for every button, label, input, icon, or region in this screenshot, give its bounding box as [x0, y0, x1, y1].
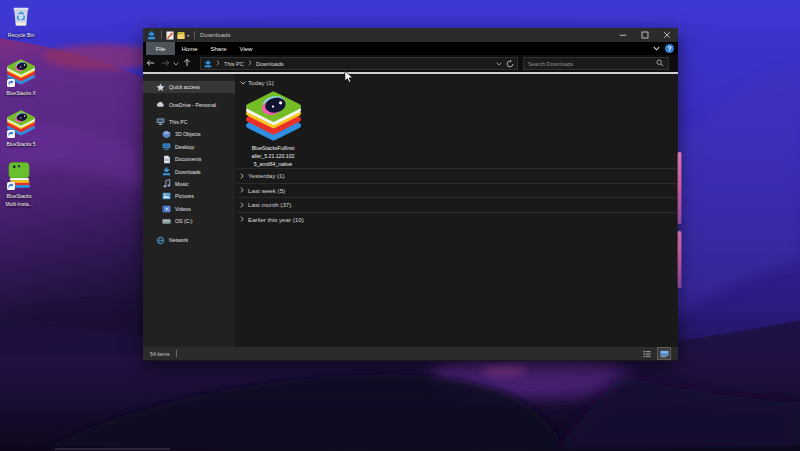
- qat-customize-caret[interactable]: ▾: [187, 33, 190, 38]
- sidebar-item-label: Downloads: [175, 169, 201, 175]
- sidebar-spacer: [143, 227, 235, 234]
- status-bar: 54 items: [143, 347, 678, 360]
- desktop-icon-label: BlueStacks 5: [6, 141, 35, 148]
- music-note-icon: [162, 179, 171, 188]
- group-label: Last week (5): [248, 187, 285, 194]
- expand-group-chevron-icon[interactable]: [240, 216, 248, 222]
- address-dropdown-chevron-icon[interactable]: [496, 62, 502, 66]
- expand-group-chevron-icon[interactable]: [240, 202, 248, 208]
- collapsed-groups: Yesterday (1) Last week (5): [235, 168, 678, 226]
- sidebar-item-label: Pictures: [175, 193, 194, 199]
- sidebar-item-videos[interactable]: Videos: [143, 203, 235, 215]
- items-count: 54 items: [150, 351, 170, 357]
- group-header-yesterday[interactable]: Yesterday (1): [235, 169, 678, 183]
- details-view-button[interactable]: [640, 347, 654, 360]
- refresh-icon[interactable]: [506, 60, 514, 68]
- desktop-icon-recycle-bin[interactable]: Recycle Bin: [0, 4, 49, 40]
- sidebar-item-label: Videos: [175, 206, 191, 212]
- tab-home[interactable]: Home: [175, 42, 204, 55]
- breadcrumb-downloads[interactable]: Downloads: [256, 61, 284, 67]
- close-button[interactable]: [656, 28, 678, 42]
- pictures-icon: [162, 192, 171, 201]
- sidebar-item-label: OS (C:): [175, 218, 193, 224]
- sidebar-item-music[interactable]: Music: [143, 178, 235, 190]
- sidebar-item-network[interactable]: Network: [143, 234, 235, 246]
- sidebar-item-3d-objects[interactable]: 3D Objects: [143, 128, 235, 140]
- sidebar-item-os-c[interactable]: OS (C:): [143, 215, 235, 227]
- bluestacks-x-icon: [7, 59, 35, 87]
- group-header-earlier-this-year[interactable]: Earlier this year (10): [235, 213, 678, 227]
- expand-ribbon-chevron-icon[interactable]: [653, 46, 660, 51]
- desktop-icon-bluestacks-x[interactable]: BlueStacks X: [0, 59, 49, 98]
- search-input[interactable]: Search Downloads: [523, 57, 669, 70]
- bluestacks-installer-icon: [245, 91, 302, 142]
- search-icon[interactable]: [656, 59, 664, 68]
- desktop-icon-bluestacks-multi-instance[interactable]: BlueStacks Multi-Insta...: [0, 162, 47, 208]
- address-bar[interactable]: This PC Downloads: [200, 57, 518, 70]
- breadcrumb-chevron-icon: [216, 60, 219, 67]
- group-header-today[interactable]: Today (1): [235, 76, 678, 90]
- sidebar-item-label: Network: [169, 237, 188, 243]
- shortcut-arrow-badge: [7, 182, 15, 190]
- sidebar-item-label: Quick access: [169, 84, 200, 90]
- sidebar-item-quick-access[interactable]: Quick access: [143, 81, 235, 93]
- maximize-button[interactable]: [634, 28, 656, 42]
- desktop-icon-label: BlueStacks: [6, 193, 31, 200]
- group-label: Last month (37): [248, 201, 291, 208]
- group-header-last-week[interactable]: Last week (5): [235, 184, 678, 198]
- group-yesterday: Yesterday (1): [235, 168, 678, 183]
- group-label: Yesterday (1): [248, 172, 285, 179]
- desktop-icon-bluestacks-5[interactable]: BlueStacks 5: [0, 110, 49, 149]
- file-item-bluestacks-installer[interactable]: BlueStacksFullInst aller_5.21.120.102 5_…: [237, 91, 309, 169]
- group-header-last-month[interactable]: Last month (37): [235, 198, 678, 212]
- ribbon-right-controls: ?: [653, 42, 678, 55]
- drive-icon: [162, 217, 171, 226]
- up-button[interactable]: [183, 58, 197, 69]
- downloads-folder-icon: [147, 31, 156, 40]
- star-icon: [156, 83, 165, 92]
- expand-group-chevron-icon[interactable]: [240, 187, 248, 193]
- file-name-line: aller_5.21.120.102: [252, 153, 295, 161]
- tab-file[interactable]: File: [146, 42, 175, 55]
- tab-view[interactable]: View: [233, 42, 259, 55]
- recycle-bin-icon: [11, 4, 31, 29]
- sidebar-item-onedrive[interactable]: OneDrive - Personal: [143, 98, 235, 110]
- sidebar-item-this-pc[interactable]: This PC: [143, 116, 235, 128]
- files-pane: Today (1): [235, 74, 678, 347]
- sidebar-item-pictures[interactable]: Pictures: [143, 190, 235, 202]
- desktop-icon-label: Recycle Bin: [8, 32, 34, 39]
- desktop-icon: [162, 142, 171, 151]
- group-last-week: Last week (5): [235, 183, 678, 198]
- mouse-cursor: [344, 70, 354, 84]
- collapse-group-chevron-icon[interactable]: [240, 81, 248, 85]
- group-earlier-this-year: Earlier this year (10): [235, 212, 678, 227]
- breadcrumb-this-pc[interactable]: This PC: [224, 61, 244, 67]
- group-label: Earlier this year (10): [248, 216, 304, 223]
- sidebar-item-downloads[interactable]: Downloads: [143, 165, 235, 177]
- expand-group-chevron-icon[interactable]: [240, 173, 248, 179]
- caption-buttons: [612, 28, 678, 42]
- recent-locations-chevron-icon[interactable]: [173, 61, 183, 67]
- forward-button[interactable]: [158, 59, 173, 69]
- help-button[interactable]: ?: [665, 44, 674, 53]
- sidebar-item-documents[interactable]: Documents: [143, 153, 235, 165]
- videos-icon: [162, 204, 171, 213]
- screen: Recycle Bin Bl: [0, 0, 800, 451]
- bluestacks-5-icon: [7, 110, 35, 138]
- view-toggle-buttons: [640, 347, 671, 360]
- file-name-line: BlueStacksFullInst: [252, 145, 295, 153]
- ribbon-tabs: File Home Share View ?: [143, 42, 678, 55]
- large-icons-view-button[interactable]: [657, 347, 671, 360]
- group-last-month: Last month (37): [235, 197, 678, 212]
- back-button[interactable]: [143, 59, 158, 69]
- minimize-button[interactable]: [612, 28, 634, 42]
- qat-properties-icon[interactable]: [166, 31, 174, 40]
- desktop-icon-label-line2: Multi-Insta...: [5, 201, 32, 208]
- address-bar-controls: [496, 60, 514, 68]
- tab-share[interactable]: Share: [204, 42, 233, 55]
- qat-new-folder-icon[interactable]: [177, 31, 185, 40]
- document-icon: [162, 155, 171, 164]
- titlebar-separator: [194, 31, 195, 39]
- sidebar-item-desktop[interactable]: Desktop: [143, 141, 235, 153]
- sidebar-item-label: OneDrive - Personal: [169, 102, 216, 108]
